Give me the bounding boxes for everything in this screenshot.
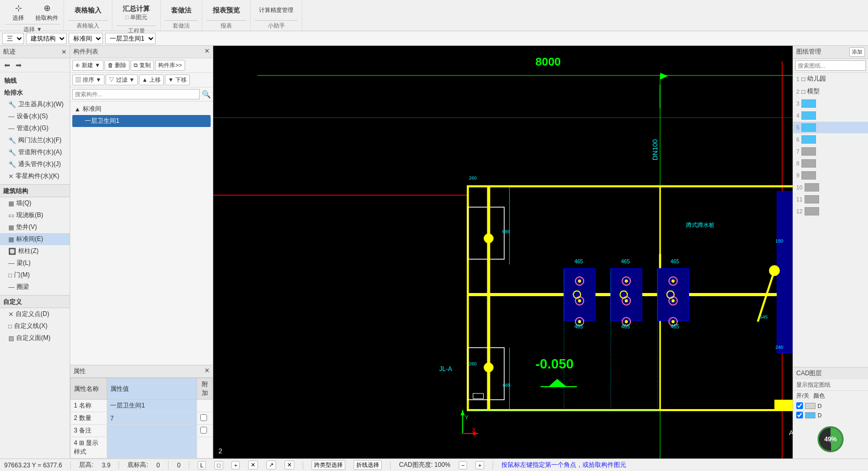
cross-type-select-button[interactable]: 跨类型选择 <box>312 460 345 470</box>
nav-item-custom-face[interactable]: ▧自定义面(M) <box>0 332 70 344</box>
drawing-num-6: 6 <box>796 136 799 143</box>
nav-item-ring-beam[interactable]: —圈梁 <box>0 281 70 293</box>
pick-component-button[interactable]: ⊕ 拾取构件 <box>33 2 60 23</box>
select-button[interactable]: ⊹ 选择 <box>5 2 31 23</box>
nav-item-beam[interactable]: —梁(L) <box>0 257 70 269</box>
cad-layer-color-label: 颜色 <box>813 392 825 400</box>
report-preview-button[interactable]: 报表预览 <box>206 3 246 18</box>
nav-item-custom-line[interactable]: □自定义线(X) <box>0 320 70 332</box>
nav-item-sanitary[interactable]: 🔧卫生器具(水)(W) <box>0 98 70 110</box>
nav-item-connector[interactable]: 🔧通头管件(水)(J) <box>0 158 70 170</box>
nav-item-pad[interactable]: ▦垫井(V) <box>0 221 70 233</box>
polyline-select-button[interactable]: 折线选择 <box>354 460 382 470</box>
nav-item-column[interactable]: 🔲框柱(Z) <box>0 245 70 257</box>
props-title: 属性 <box>73 367 86 376</box>
zoom-plus-button[interactable]: + <box>475 461 484 469</box>
prop-row-display: 4 ⊞ 显示样式 <box>71 437 213 459</box>
precision-button[interactable]: 计算精度管理 <box>255 5 297 16</box>
left-panel-close[interactable]: ✕ <box>61 48 67 56</box>
component-library-button[interactable]: 构件库>> <box>155 60 185 71</box>
nav-item-pipe[interactable]: —管道(水)(G) <box>0 122 70 134</box>
drawing-item-6[interactable]: 6 <box>793 134 868 146</box>
pad-icon: ▦ <box>8 224 14 231</box>
nav-item-door[interactable]: □门(M) <box>0 269 70 281</box>
component-tree: ▲ 标准间 一层卫生间1 <box>70 101 213 365</box>
copy-button[interactable]: ⧉ 复制 <box>131 60 154 71</box>
snap-L-button[interactable]: L <box>198 461 206 469</box>
search-icon[interactable]: 🔍 <box>202 90 211 98</box>
nav-item-equipment[interactable]: —设备(水)(S) <box>0 110 70 122</box>
delete-button[interactable]: 🗑 删除 <box>105 60 129 71</box>
drawing-item-8[interactable]: 8 <box>793 158 868 170</box>
prop-value-display[interactable] <box>107 437 197 459</box>
room-type-select[interactable]: 标准间 <box>69 33 103 44</box>
nav-item-pipe-fitting[interactable]: 🔧管道附件(水)(A) <box>0 146 70 158</box>
drawing-item-10[interactable]: 10 <box>793 182 868 194</box>
tree-expand-icon: ▲ <box>74 106 81 113</box>
nav-item-valve[interactable]: 🔧阀门法兰(水)(F) <box>0 134 70 146</box>
table-input-button[interactable]: 表格输入 <box>68 3 108 18</box>
drawing-item-12[interactable]: 12 <box>793 206 868 218</box>
sort-button[interactable]: ▤ 排序 ▼ <box>72 74 105 85</box>
snap-box-button[interactable]: □ <box>214 461 223 469</box>
prop-add-note[interactable] <box>197 425 213 437</box>
drawing-color-10 <box>805 183 819 192</box>
snap-x-button[interactable]: ✕ <box>248 461 258 469</box>
cad-area[interactable]: 8000 DN100 -0.050 JL-A 小便槽冲洗水箱 水箱有效容积7.6… <box>213 46 793 459</box>
nav-back-button[interactable]: ⬅ <box>2 60 12 70</box>
prop-value-name[interactable]: 一层卫生间1 <box>107 400 197 412</box>
cad-layer-check-2[interactable] <box>796 412 803 418</box>
snap-arrow-button[interactable]: ↗ <box>266 461 276 469</box>
prop-value-note[interactable] <box>107 425 197 437</box>
column-icon: 🔲 <box>8 248 16 255</box>
drawing-item-1[interactable]: 1 □ 幼儿园 <box>793 73 868 85</box>
nav-item-standard-room[interactable]: ▦标准间(E) <box>0 233 70 245</box>
drawing-item-5[interactable]: 5 <box>793 122 868 134</box>
nav-item-slab[interactable]: ▭现浇板(B) <box>0 209 70 221</box>
mid-panel-close[interactable]: ✕ <box>204 47 210 56</box>
drawing-item-3[interactable]: 3 <box>793 98 868 110</box>
floor-room-select[interactable]: 一层卫生间1 <box>105 33 156 44</box>
drawing-item-4[interactable]: 4 <box>793 110 868 122</box>
tree-node-standard-room[interactable]: ▲ 标准间 <box>72 104 211 114</box>
equipment-icon: — <box>8 113 15 120</box>
drawing-item-11[interactable]: 11 <box>793 194 868 206</box>
tree-child-toilet[interactable]: 一层卫生间1 <box>72 115 211 127</box>
right-search <box>793 59 868 73</box>
move-up-button[interactable]: ▲ 上移 <box>139 74 164 85</box>
nav-item-custom-point[interactable]: ✕自定义点(D) <box>0 308 70 320</box>
nav-item-wall[interactable]: ▦墙(Q) <box>0 197 70 209</box>
structure-type-select[interactable]: 建筑结构 <box>26 33 67 44</box>
drawing-search-input[interactable] <box>795 60 866 71</box>
suite-button[interactable]: 套做法 <box>165 3 198 18</box>
snap-plus-button[interactable]: + <box>231 461 240 469</box>
new-button[interactable]: ⊕ 新建 ▼ <box>72 60 103 71</box>
right-panel-title: 图纸管理 <box>796 47 821 57</box>
add-drawing-button[interactable]: 添加 <box>849 47 865 57</box>
drawing-item-7[interactable]: 7 <box>793 146 868 158</box>
props-close[interactable]: ✕ <box>204 367 210 376</box>
filter-button[interactable]: ▽ 过滤 ▼ <box>106 74 138 85</box>
nav-item-misc[interactable]: ✕零星构件(水)(K) <box>0 170 70 182</box>
col-attr-name: 属性名称 <box>71 378 107 400</box>
prop-check-note[interactable] <box>200 427 207 434</box>
prop-add-count[interactable] <box>197 412 213 425</box>
move-down-button[interactable]: ▼ 下移 <box>165 74 190 85</box>
snap-cross-button[interactable]: ✕ <box>284 461 294 469</box>
zoom-minus-button[interactable]: − <box>459 461 467 469</box>
summary-calc-button[interactable]: 汇总计算 □ 单图元 <box>116 1 156 24</box>
svg-text:-0.050: -0.050 <box>535 356 574 372</box>
view-mode-select[interactable]: 三 <box>2 33 24 44</box>
nav-forward-button[interactable]: ➡ <box>14 60 24 70</box>
component-search-input[interactable] <box>72 89 200 99</box>
svg-text:465: 465 <box>574 324 583 329</box>
drawing-item-2[interactable]: 2 □ 模型 <box>793 85 868 98</box>
drawing-item-9[interactable]: 9 <box>793 170 868 182</box>
progress-gauge: 49% <box>818 426 844 452</box>
prop-label-count: 2 数量 <box>71 412 107 425</box>
svg-text:JL-A: JL-A <box>439 365 452 373</box>
table-input-section: 表格输入 表格输入 <box>64 0 112 31</box>
prop-check-count[interactable] <box>200 414 207 421</box>
prop-value-count[interactable]: 7 <box>107 412 197 425</box>
cad-layer-check-1[interactable] <box>796 402 803 409</box>
